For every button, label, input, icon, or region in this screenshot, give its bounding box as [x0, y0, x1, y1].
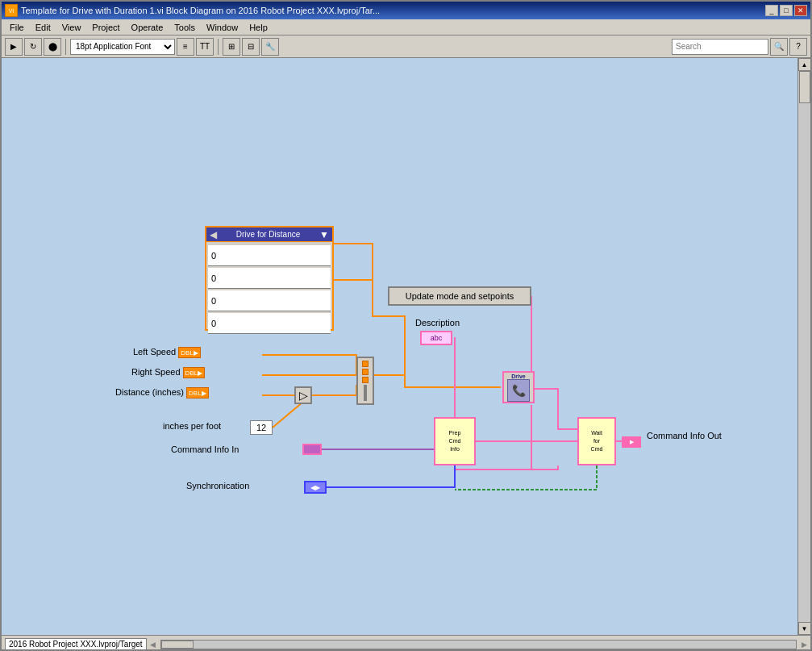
- app-icon: VI: [5, 4, 18, 17]
- bundle-node: [356, 357, 374, 405]
- right-speed-label: Right Speed DBL▶: [131, 367, 205, 378]
- separator-2: [218, 39, 219, 55]
- status-project: 2016 Robot Project XXX.lvproj/Target: [5, 638, 147, 651]
- maximize-button[interactable]: □: [780, 5, 793, 16]
- bundle-port-0: [362, 361, 369, 367]
- menu-tools[interactable]: Tools: [169, 22, 200, 33]
- title-bar: VI Template for Drive with Duration 1.vi…: [2, 2, 810, 19]
- cluster-arrow-right-icon: ▼: [319, 229, 329, 240]
- separator-1: [65, 39, 66, 55]
- menu-bar: File Edit View Project Operate Tools Win…: [2, 19, 810, 35]
- prep-cmd-node: Prep Cmd Info: [434, 417, 476, 465]
- bundle-port-1: [362, 369, 369, 375]
- drive-icon: Drive 📞: [502, 371, 535, 403]
- scroll-track-right[interactable]: [798, 71, 810, 622]
- cluster-value-1: 0: [208, 273, 216, 283]
- wires-layer: [2, 58, 797, 635]
- command-info-out-terminal[interactable]: ▶: [622, 436, 641, 448]
- font-selector[interactable]: 18pt Application Font: [70, 39, 175, 55]
- command-info-in-label: Command Info In: [171, 444, 239, 454]
- distance-terminal[interactable]: DBL▶: [186, 387, 209, 399]
- command-info-in-terminal[interactable]: [302, 444, 322, 455]
- abort-button[interactable]: ⬤: [44, 38, 61, 56]
- status-scrollbar[interactable]: [160, 640, 797, 649]
- divide-node: ▷: [294, 386, 312, 404]
- cluster-value-3: 0: [208, 319, 216, 328]
- cluster-title: Drive for Distance: [236, 230, 300, 239]
- cluster-body: 0 0 0 0: [206, 242, 332, 337]
- run-button[interactable]: ▶: [5, 38, 23, 56]
- right-speed-terminal[interactable]: DBL▶: [183, 367, 206, 378]
- drive-cluster: ◀ Drive for Distance ▼ 0 0 0 0: [205, 226, 334, 331]
- h-scroll-thumb[interactable]: [161, 641, 194, 649]
- status-bar: 2016 Robot Project XXX.lvproj/Target ◀ ▶: [2, 635, 810, 651]
- command-info-out-label: Command Info Out: [647, 431, 722, 440]
- main-area: ◀ Drive for Distance ▼ 0 0 0 0: [2, 58, 810, 635]
- synchronication-label: Synchronication: [186, 481, 249, 490]
- window-title: Template for Drive with Duration 1.vi Bl…: [21, 6, 380, 15]
- title-bar-left: VI Template for Drive with Duration 1.vi…: [5, 4, 380, 17]
- menu-edit[interactable]: Edit: [31, 22, 56, 33]
- cluster-row-3: 0: [208, 313, 331, 334]
- search-input[interactable]: [672, 39, 768, 55]
- block-diagram-canvas[interactable]: ◀ Drive for Distance ▼ 0 0 0 0: [2, 58, 797, 635]
- bundle-center-bar: [364, 385, 367, 401]
- cluster-value-2: 0: [208, 296, 216, 306]
- left-speed-label: Left Speed DBL▶: [133, 347, 201, 358]
- minimize-button[interactable]: _: [765, 5, 778, 16]
- cluster-row-0: 0: [208, 245, 331, 266]
- menu-help[interactable]: Help: [244, 22, 273, 33]
- wait-cmd-node: Wait for Cmd: [577, 417, 616, 465]
- abc-terminal[interactable]: abc: [420, 331, 452, 345]
- inches-per-foot-label: inches per foot: [163, 421, 221, 431]
- menu-window[interactable]: Window: [202, 22, 243, 33]
- distance-label: Distance (inches) DBL▶: [115, 387, 209, 399]
- update-mode-box: Update mode and setpoints: [388, 286, 531, 306]
- menu-file[interactable]: File: [5, 22, 29, 33]
- inches-value-box[interactable]: 12: [250, 420, 273, 435]
- text-align-button[interactable]: ≡: [177, 38, 194, 56]
- scrollbar-right[interactable]: ▲ ▼: [797, 58, 810, 635]
- func-button[interactable]: ⊟: [242, 38, 260, 56]
- scroll-up-button[interactable]: ▲: [798, 58, 811, 71]
- cluster-row-2: 0: [208, 290, 331, 311]
- menu-project[interactable]: Project: [87, 22, 124, 33]
- drive-icon-inner: 📞: [507, 379, 530, 402]
- menu-view[interactable]: View: [57, 22, 86, 33]
- search-button[interactable]: 🔍: [770, 38, 788, 56]
- run-continuously-button[interactable]: ↻: [24, 38, 42, 56]
- bundle-port-2: [362, 377, 369, 383]
- synchronication-terminal[interactable]: ◀▶: [304, 481, 327, 494]
- description-label: Description: [415, 318, 460, 328]
- ctrl-button[interactable]: ⊞: [223, 38, 240, 56]
- scroll-thumb-right[interactable]: [799, 71, 810, 103]
- cluster-header: ◀ Drive for Distance ▼: [206, 227, 332, 242]
- cluster-row-1: 0: [208, 268, 331, 289]
- help-button[interactable]: ?: [789, 38, 807, 56]
- menu-operate[interactable]: Operate: [127, 22, 169, 33]
- cluster-arrow-left-icon: ◀: [210, 229, 217, 240]
- left-speed-terminal[interactable]: DBL▶: [178, 347, 201, 358]
- text-size-button[interactable]: TT: [196, 38, 214, 56]
- cluster-value-0: 0: [208, 251, 216, 261]
- title-controls[interactable]: _ □ ✕: [765, 5, 807, 16]
- toolbar: ▶ ↻ ⬤ 18pt Application Font ≡ TT ⊞ ⊟ 🔧 🔍…: [2, 35, 810, 58]
- debug-button[interactable]: 🔧: [261, 38, 279, 56]
- close-button[interactable]: ✕: [794, 5, 807, 16]
- scroll-down-button[interactable]: ▼: [798, 622, 811, 635]
